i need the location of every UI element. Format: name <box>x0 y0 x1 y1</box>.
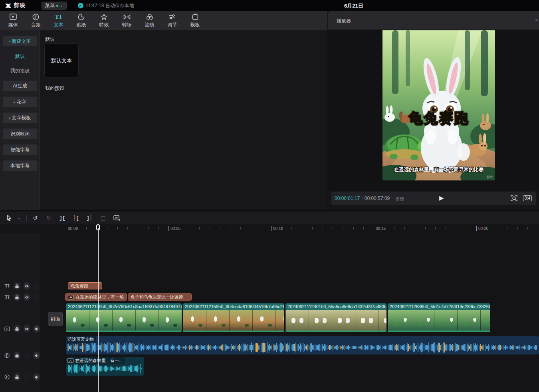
ribbon-tab-template[interactable]: 模板 <box>184 12 206 30</box>
ribbon-tab-label: 模板 <box>190 22 200 28</box>
video-clip-1[interactable]: 20240621112100h0_9b2d780c61c8aa15937fa90… <box>66 303 182 332</box>
player-title: 播放器 <box>337 18 351 24</box>
mute-icon[interactable] <box>33 282 40 290</box>
video-clip-name: 20240621112159h0_9b4ecda61064f4519b7a95c… <box>183 303 284 310</box>
redo-icon[interactable]: ↻ <box>44 213 54 223</box>
video-thumbnails <box>388 310 490 331</box>
eye-icon[interactable] <box>24 282 30 290</box>
text-clip-subtitle-2[interactable]: 兔子和乌龟决定比一比谁跑 <box>128 293 192 301</box>
ribbon-tab-label: 文本 <box>54 22 63 28</box>
sticker-icon <box>78 13 85 20</box>
sidebar-item-text-template[interactable]: ▸ 文字模板 <box>3 113 37 123</box>
ruler-label: 00:15 <box>374 226 386 231</box>
delete-right-icon[interactable]: ]┊ <box>84 213 95 223</box>
menu-button[interactable]: 菜单 ⌄ <box>42 2 67 10</box>
eye-icon[interactable] <box>24 373 30 381</box>
filter-icon <box>146 13 153 20</box>
preview-subtitle-overlay[interactable]: 在遥远的森林里，有一场不同寻常的比赛 <box>382 166 495 173</box>
sidebar-item-label: 智能字幕 <box>10 147 30 153</box>
ruler-label: 00:05 <box>168 226 180 231</box>
timeline-ruler[interactable]: 00:00 00:05 00:10 00:15 00:20 <box>0 224 539 233</box>
lock-icon[interactable] <box>14 282 20 290</box>
ribbon-tab-audio[interactable]: 音频 <box>24 12 47 30</box>
video-clip-4[interactable]: 20240621112536h0_5fd1c4d7764f13e239bc738… <box>388 303 490 332</box>
video-thumbnails <box>66 310 182 331</box>
player-menu-icon[interactable]: ≡ <box>535 17 538 23</box>
lock-icon[interactable] <box>14 325 20 333</box>
aspect-ratio-button[interactable]: 3:4 <box>523 195 532 201</box>
audio-clip-music[interactable]: 活泼可爱宠物 <box>66 336 539 354</box>
ribbon-tab-transition[interactable]: 转场 <box>115 12 138 30</box>
video-preview[interactable]: 龟兔赛跑 在遥远的森林里，有一场不同寻常的比赛 剪映 <box>382 30 495 180</box>
ribbon-tab-text[interactable]: TI 文本 <box>47 12 70 30</box>
eye-icon[interactable] <box>24 293 30 301</box>
speaker-icon[interactable] <box>33 373 40 381</box>
ribbon-tab-adjust[interactable]: 调节 <box>161 12 184 30</box>
select-cursor-icon[interactable] <box>4 213 14 223</box>
ribbon-tab-effects[interactable]: 特效 <box>93 12 115 30</box>
sidebar-item-lyrics-recognition[interactable]: 识别歌词 <box>3 129 37 139</box>
sidebar-item-smart-captions[interactable]: 智能字幕 <box>3 145 37 155</box>
audio-clip-voice[interactable]: A 在遥远的森林里，有一... <box>66 357 144 376</box>
sidebar-item-fancy-text[interactable]: ▸ 花字 <box>3 97 37 107</box>
text-clip-label: 龟兔赛跑 <box>71 283 88 289</box>
audio-track-icon <box>4 352 10 359</box>
play-button[interactable]: ▶ <box>439 194 444 202</box>
capcut-window: 剪映 菜单 ⌄ ✓ 11:47:18 自动保存本地 6月21日 媒体 音频 TI <box>0 0 539 392</box>
eye-icon[interactable] <box>24 352 30 359</box>
video-clip-name: 20240621112536h0_5fd1c4d7764f13e239bc738… <box>388 303 490 310</box>
sidebar-item-label: 文字模板 <box>12 115 31 121</box>
watermark: 剪映 <box>487 175 493 179</box>
undo-icon[interactable]: ↺ <box>30 213 40 223</box>
split-icon[interactable]: ][ <box>57 213 67 223</box>
text-clip-title[interactable]: 龟兔赛跑 <box>68 282 102 289</box>
ruler-label: 00:00 <box>66 226 78 231</box>
sidebar-item-local-captions[interactable]: 本地字幕 <box>3 160 37 171</box>
text-clip-label: 兔子和乌龟决定比一比谁跑 <box>131 294 183 300</box>
video-thumbnails <box>183 310 284 331</box>
media-icon <box>10 13 17 20</box>
default-text-card[interactable]: 默认文本 <box>44 44 79 77</box>
autosave-status: ✓ 11:47:18 自动保存本地 <box>78 2 134 9</box>
speaker-icon[interactable] <box>33 352 40 359</box>
video-track-icon <box>4 325 10 333</box>
audio-clip-label-wrap: A 在遥远的森林里，有一... <box>66 357 125 364</box>
fullscreen-icon[interactable] <box>511 195 517 202</box>
cover-button[interactable]: 封面 <box>48 312 63 326</box>
lock-icon[interactable] <box>14 352 20 359</box>
video-clip-name: 20240621112100h0_9b2d780c61c8aa15937fa90… <box>66 303 182 310</box>
time-separator: / <box>361 196 363 201</box>
cursor-menu-chevron-icon[interactable]: ⌄ <box>18 216 23 220</box>
total-duration: 00:00:57:09 <box>365 196 390 201</box>
eye-icon[interactable] <box>24 325 30 333</box>
text-track-icon: TI <box>4 283 10 290</box>
preview-quality-icon[interactable]: ▤▤ <box>395 196 404 201</box>
ribbon-tab-sticker[interactable]: 贴纸 <box>70 12 93 30</box>
sidebar-item-my-presets[interactable]: 我的预设 <box>0 66 40 75</box>
ribbon-tab-filter[interactable]: 滤镜 <box>138 12 161 30</box>
adjust-icon <box>169 13 176 20</box>
sidebar-item-label: 本地字幕 <box>10 162 30 169</box>
sidebar-item-default[interactable]: 默认 <box>0 52 40 61</box>
sidebar-item-label: AI生成 <box>13 83 27 89</box>
lock-icon[interactable] <box>14 373 20 381</box>
video-clip-2[interactable]: 20240621112159h0_9b4ecda61064f4519b7a95c… <box>183 303 284 332</box>
mute-icon[interactable] <box>33 293 40 301</box>
ribbon-tab-media[interactable]: 媒体 <box>2 12 24 30</box>
video-clip-3[interactable]: 20240621112401h0_55a5ca8e8da1432cf3f7a48… <box>285 303 386 332</box>
delete-icon[interactable]: ▢ <box>98 213 108 223</box>
current-time: 00:00:01:17 <box>335 196 360 201</box>
delete-left-icon[interactable]: ┊[ <box>71 213 81 223</box>
text-clip-subtitle-1[interactable]: A 在遥远的森林里，有一场不同寻 <box>65 293 127 301</box>
audio-track-icon <box>4 374 10 381</box>
capcut-logo-icon <box>5 3 12 8</box>
text-track2-header: TI <box>0 293 40 301</box>
sidebar-item-label: 识别歌词 <box>10 131 30 137</box>
sidebar-item-new-text[interactable]: ▾ 新建文本 <box>3 36 37 46</box>
preview-title-overlay[interactable]: 龟兔赛跑 <box>382 109 495 128</box>
sidebar-item-ai-generate[interactable]: AI生成 <box>3 81 37 91</box>
speaker-icon[interactable] <box>33 325 40 333</box>
extract-audio-icon[interactable] <box>111 213 122 223</box>
lock-icon[interactable] <box>14 293 20 301</box>
chevron-right-icon: ▸ <box>9 116 10 120</box>
